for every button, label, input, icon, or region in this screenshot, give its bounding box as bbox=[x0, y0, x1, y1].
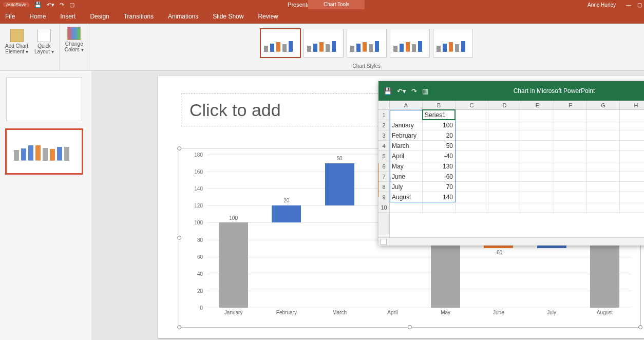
xl-cell[interactable] bbox=[554, 110, 587, 120]
xl-cell[interactable] bbox=[488, 120, 521, 130]
xl-row-header[interactable]: 10 bbox=[378, 202, 389, 213]
xl-cell[interactable] bbox=[456, 161, 488, 172]
xl-row-header[interactable]: 2 bbox=[378, 120, 389, 130]
xl-row-header[interactable]: 5 bbox=[378, 151, 389, 161]
xl-cell[interactable] bbox=[488, 151, 521, 161]
xl-cell[interactable] bbox=[587, 130, 620, 141]
xl-cell[interactable] bbox=[587, 182, 620, 192]
xl-cell[interactable] bbox=[456, 192, 488, 202]
slide-thumb-1[interactable] bbox=[6, 77, 82, 121]
add-chart-element-button[interactable]: Add Chart Element ▾ bbox=[3, 28, 30, 55]
xl-row-header[interactable]: 9 bbox=[378, 192, 389, 202]
slide-canvas[interactable]: Click to add 020406080100120140160180 10… bbox=[91, 71, 644, 340]
xl-cell[interactable] bbox=[456, 172, 488, 182]
xl-cell[interactable] bbox=[521, 151, 554, 161]
chart-tools-tab[interactable]: Chart Tools bbox=[308, 0, 365, 9]
tab-file[interactable]: File bbox=[5, 13, 15, 20]
tab-slideshow[interactable]: Slide Show bbox=[213, 13, 243, 20]
xl-cell[interactable] bbox=[488, 110, 521, 120]
xl-row-header[interactable]: 4 bbox=[378, 141, 389, 151]
xl-cell[interactable] bbox=[488, 182, 521, 192]
xl-horizontal-scrollbar[interactable] bbox=[378, 237, 644, 245]
xl-cell[interactable] bbox=[620, 182, 644, 192]
xl-cell[interactable] bbox=[488, 161, 521, 172]
xl-save-icon[interactable]: 💾 bbox=[384, 87, 392, 95]
xl-cell[interactable] bbox=[620, 192, 644, 202]
xl-col-header[interactable]: F bbox=[554, 101, 587, 109]
xl-redo-icon[interactable]: ↷ bbox=[411, 87, 417, 95]
tab-design[interactable]: Design bbox=[90, 13, 109, 20]
xl-cell[interactable] bbox=[587, 151, 620, 161]
xl-cell[interactable] bbox=[620, 151, 644, 161]
xl-cell[interactable] bbox=[554, 192, 587, 202]
xl-col-header[interactable]: G bbox=[587, 101, 620, 109]
xl-cells[interactable]: Series1January100February20March50April-… bbox=[390, 110, 644, 237]
tab-animations[interactable]: Animations bbox=[168, 13, 198, 20]
xl-col-header[interactable]: E bbox=[521, 101, 554, 109]
chart-style-thumb[interactable] bbox=[433, 29, 473, 58]
tab-home[interactable]: Home bbox=[29, 13, 46, 20]
minimize-icon[interactable]: — bbox=[626, 2, 631, 8]
xl-row-header[interactable]: 7 bbox=[378, 172, 389, 182]
xl-cell[interactable] bbox=[456, 130, 488, 141]
xl-col-header[interactable]: A bbox=[390, 101, 423, 109]
xl-cell[interactable] bbox=[620, 141, 644, 151]
xl-cell[interactable] bbox=[521, 130, 554, 141]
xl-cell[interactable] bbox=[587, 202, 620, 213]
chart-data-window[interactable]: 💾 ↶▾ ↷ ▥ Chart in Microsoft PowerPoint ✕… bbox=[378, 81, 644, 245]
xl-cell[interactable] bbox=[620, 130, 644, 141]
xl-cell[interactable] bbox=[521, 192, 554, 202]
xl-col-header[interactable]: C bbox=[456, 101, 488, 109]
scroll-left-icon[interactable] bbox=[381, 239, 387, 245]
xl-cell[interactable] bbox=[390, 202, 423, 213]
undo-icon[interactable]: ↶▾ bbox=[47, 2, 54, 8]
chart-data-header[interactable]: 💾 ↶▾ ↷ ▥ Chart in Microsoft PowerPoint ✕ bbox=[378, 81, 644, 101]
maximize-icon[interactable]: ▢ bbox=[637, 2, 642, 8]
xl-col-header[interactable]: D bbox=[488, 101, 521, 109]
xl-cell[interactable] bbox=[554, 161, 587, 172]
xl-cell[interactable] bbox=[587, 172, 620, 182]
chart-style-thumb[interactable] bbox=[304, 29, 344, 58]
xl-cell[interactable] bbox=[456, 151, 488, 161]
xl-cell[interactable] bbox=[456, 182, 488, 192]
xl-undo-icon[interactable]: ↶▾ bbox=[397, 87, 406, 95]
tab-transitions[interactable]: Transitions bbox=[124, 13, 154, 20]
xl-cell[interactable] bbox=[554, 182, 587, 192]
xl-row-header[interactable]: 3 bbox=[378, 130, 389, 141]
xl-cell[interactable] bbox=[521, 182, 554, 192]
tab-insert[interactable]: Insert bbox=[60, 13, 75, 20]
slide-thumbnails-panel[interactable] bbox=[0, 71, 91, 340]
xl-cell[interactable] bbox=[488, 130, 521, 141]
autosave-toggle[interactable]: AutoSave bbox=[3, 2, 29, 7]
xl-cell[interactable] bbox=[554, 151, 587, 161]
tab-review[interactable]: Review bbox=[258, 13, 278, 20]
xl-cell[interactable] bbox=[456, 141, 488, 151]
quick-layout-button[interactable]: Quick Layout ▾ bbox=[32, 28, 56, 55]
xl-cell[interactable] bbox=[488, 202, 521, 213]
xl-cell[interactable] bbox=[620, 172, 644, 182]
xl-cell[interactable] bbox=[620, 161, 644, 172]
xl-cell[interactable] bbox=[456, 120, 488, 130]
xl-col-header[interactable]: B bbox=[423, 101, 456, 109]
xl-cell[interactable] bbox=[456, 202, 488, 213]
xl-cell[interactable] bbox=[620, 110, 644, 120]
xl-cell[interactable] bbox=[423, 202, 456, 213]
startfrombeginning-icon[interactable]: ▢ bbox=[69, 2, 74, 8]
xl-cell[interactable] bbox=[456, 110, 488, 120]
xl-cell[interactable] bbox=[554, 202, 587, 213]
chart-styles-gallery[interactable] bbox=[257, 26, 476, 63]
xl-cell[interactable] bbox=[521, 141, 554, 151]
chart-style-thumb[interactable] bbox=[347, 29, 387, 58]
xl-cell[interactable] bbox=[587, 141, 620, 151]
xl-cell[interactable] bbox=[587, 110, 620, 120]
xl-cell[interactable] bbox=[488, 141, 521, 151]
slide-thumb-2[interactable] bbox=[6, 129, 82, 174]
xl-cell[interactable] bbox=[554, 120, 587, 130]
xl-cell[interactable] bbox=[521, 120, 554, 130]
xl-cell[interactable] bbox=[587, 192, 620, 202]
chart-style-thumb[interactable] bbox=[390, 29, 430, 58]
xl-cell[interactable] bbox=[587, 161, 620, 172]
xl-cell[interactable] bbox=[587, 120, 620, 130]
xl-cell[interactable] bbox=[620, 202, 644, 213]
xl-cell[interactable] bbox=[488, 192, 521, 202]
